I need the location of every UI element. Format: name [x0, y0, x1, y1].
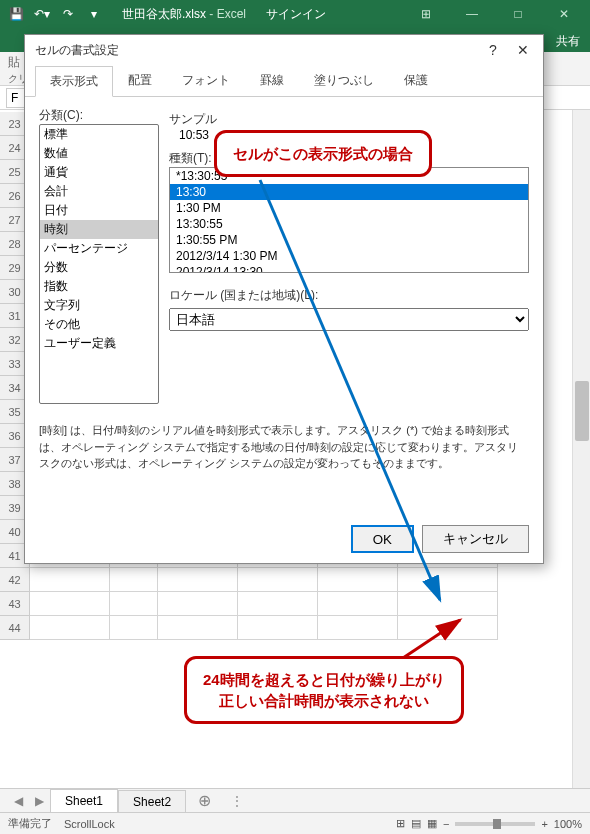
view-layout-icon[interactable]: ▤	[411, 817, 421, 830]
title-bar: 💾 ↶▾ ↷ ▾ 世田谷太郎.xlsx - Excel サインイン ⊞ — □ …	[0, 0, 590, 28]
minimize-icon[interactable]: —	[450, 0, 494, 28]
view-pagebreak-icon[interactable]: ▦	[427, 817, 437, 830]
annotation-top: セルがこの表示形式の場合	[214, 130, 432, 177]
zoom-level[interactable]: 100%	[554, 818, 582, 830]
sheet-nav-next-icon[interactable]: ▶	[29, 794, 50, 808]
sample-label: サンプル	[169, 112, 217, 126]
signin-link[interactable]: サインイン	[266, 6, 326, 23]
annotation-bottom: 24時間を超えると日付が繰り上がり 正しい合計時間が表示されない	[184, 656, 464, 724]
maximize-icon[interactable]: □	[496, 0, 540, 28]
locale-select[interactable]: 日本語	[169, 308, 529, 331]
close-icon[interactable]: ✕	[542, 0, 586, 28]
tab-number-format[interactable]: 表示形式	[35, 66, 113, 97]
status-ready: 準備完了	[8, 816, 52, 831]
dialog-close-icon[interactable]: ✕	[513, 42, 533, 58]
help-icon[interactable]: ?	[483, 42, 503, 58]
qat-customize-icon[interactable]: ▾	[82, 2, 106, 26]
zoom-slider[interactable]	[455, 822, 535, 826]
sheet-tab[interactable]: Sheet2	[118, 790, 186, 814]
tab-border[interactable]: 罫線	[245, 65, 299, 96]
sheet-menu-icon[interactable]: ⋮	[223, 794, 251, 808]
row-header[interactable]: 43	[0, 592, 29, 616]
tab-protection[interactable]: 保護	[389, 65, 443, 96]
status-bar: 準備完了 ScrollLock ⊞ ▤ ▦ − + 100%	[0, 812, 590, 834]
tab-alignment[interactable]: 配置	[113, 65, 167, 96]
format-cells-dialog: セルの書式設定 ? ✕ 表示形式 配置 フォント 罫線 塗りつぶし 保護 分類(…	[24, 34, 544, 564]
type-listbox[interactable]: *13:30:55 13:30 1:30 PM 13:30:55 1:30:55…	[169, 167, 529, 273]
share-button[interactable]: 共有	[556, 33, 580, 50]
sheet-tabs: ◀ ▶ Sheet1 Sheet2 ⊕ ⋮	[0, 788, 590, 812]
category-listbox[interactable]: 標準 数値 通貨 会計 日付 時刻 パーセンテージ 分数 指数 文字列 その他 …	[39, 124, 159, 404]
sheet-tab[interactable]: Sheet1	[50, 789, 118, 814]
list-item[interactable]: 2012/3/14 1:30 PM	[170, 248, 528, 264]
dialog-tabs: 表示形式 配置 フォント 罫線 塗りつぶし 保護	[25, 65, 543, 97]
list-item[interactable]: 13:30	[170, 184, 528, 200]
ribbon-options-icon[interactable]: ⊞	[404, 0, 448, 28]
tab-font[interactable]: フォント	[167, 65, 245, 96]
cancel-button[interactable]: キャンセル	[422, 525, 529, 553]
row-header[interactable]: 42	[0, 568, 29, 592]
status-scrolllock: ScrollLock	[64, 818, 115, 830]
list-item[interactable]: 13:30:55	[170, 216, 528, 232]
undo-icon[interactable]: ↶▾	[30, 2, 54, 26]
ok-button[interactable]: OK	[351, 525, 414, 553]
redo-icon[interactable]: ↷	[56, 2, 80, 26]
dialog-title: セルの書式設定	[35, 42, 119, 59]
sheet-nav-prev-icon[interactable]: ◀	[8, 794, 29, 808]
window-title: 世田谷太郎.xlsx - Excel	[122, 6, 246, 23]
locale-label: ロケール (国または地域)(L):	[169, 288, 318, 302]
tab-fill[interactable]: 塗りつぶし	[299, 65, 389, 96]
list-item[interactable]: 1:30 PM	[170, 200, 528, 216]
type-label: 種類(T):	[169, 151, 212, 165]
zoom-out-icon[interactable]: −	[443, 818, 449, 830]
list-item[interactable]: 1:30:55 PM	[170, 232, 528, 248]
view-normal-icon[interactable]: ⊞	[396, 817, 405, 830]
sample-value: 10:53	[169, 128, 209, 142]
format-description: [時刻] は、日付/時刻のシリアル値を時刻形式で表示します。アスタリスク (*)…	[25, 414, 543, 480]
row-header[interactable]: 44	[0, 616, 29, 640]
zoom-in-icon[interactable]: +	[541, 818, 547, 830]
vertical-scrollbar[interactable]	[572, 110, 590, 788]
save-icon[interactable]: 💾	[4, 2, 28, 26]
new-sheet-icon[interactable]: ⊕	[186, 791, 223, 810]
list-item[interactable]: 2012/3/14 13:30	[170, 264, 528, 273]
category-label: 分類(C):	[39, 108, 83, 122]
